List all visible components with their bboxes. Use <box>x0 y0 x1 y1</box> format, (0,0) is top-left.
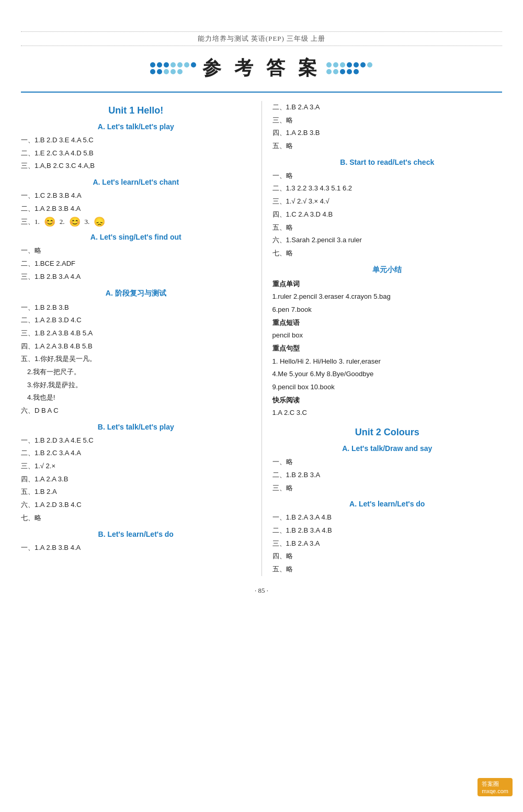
summary-sentence-label: 重点句型 <box>272 342 503 355</box>
emoji-label: 三、1. <box>21 217 40 227</box>
summary-vocab-label: 重点单词 <box>272 278 503 291</box>
answer-read3: 三、1.√ 2.√ 3.× 4.√ <box>272 195 503 208</box>
answer-sing3: 三、1.B 2.B 3.A 4.A <box>21 270 251 284</box>
section-learn-do-a2: A. Let's learn/Let's do <box>272 500 503 508</box>
main-title: 参 考 答 案 <box>202 55 321 81</box>
watermark: 答案圈 mxqe.com <box>477 778 513 796</box>
summary-reading1: 1.A 2.C 3.C <box>272 407 503 420</box>
dot6 <box>184 62 189 67</box>
summary-sentence2: 4.Me 5.your 6.My 8.Bye/Goodbye <box>272 368 503 381</box>
answer-blearn2: 二、1.B 2.A 3.A <box>272 101 503 114</box>
dotr4 <box>347 62 352 67</box>
answer-review3: 三、1.B 2.A 3.B 4.B 5.A <box>21 327 251 340</box>
answer-talk2: 二、1.E 2.C 3.A 4.D 5.B <box>21 147 251 160</box>
answer-review5d: 4.我也是! <box>21 391 251 404</box>
answer-btalk5: 五、1.B 2.A <box>21 486 251 499</box>
left-column: Unit 1 Hello! A. Let's talk/Let's play 一… <box>21 101 262 576</box>
answer-learndo2: 二、1.B 2.B 3.A 4.B <box>272 524 503 537</box>
unit1-title: Unit 1 Hello! <box>21 105 251 116</box>
answer-draw3: 三、略 <box>272 482 503 495</box>
answer-btalk6: 六、1.A 2.D 3.B 4.C <box>21 499 251 512</box>
answer-btalk2: 二、1.B 2.C 3.A 4.A <box>21 447 251 460</box>
dotr3 <box>340 62 345 67</box>
section-talk-play-a: A. Let's talk/Let's play <box>21 122 251 131</box>
dot1 <box>150 62 155 67</box>
dot7 <box>191 62 196 67</box>
answer-read5: 五、略 <box>272 221 503 234</box>
answer-learn3-emoji: 三、1. 😊 2. 😊 3. 😞 <box>21 216 251 228</box>
dot4 <box>170 62 176 67</box>
answer-btalk4: 四、1.A 2.A 3.B <box>21 473 251 486</box>
answer-btalk3: 三、1.√ 2.× <box>21 460 251 473</box>
answer-sing1: 一、略 <box>21 244 251 257</box>
title-section: 参 考 答 案 <box>21 55 502 81</box>
answer-sing2: 二、1.BCE 2.ADF <box>21 257 251 270</box>
section-learn-do-b: B. Let's learn/Let's do <box>21 530 251 538</box>
title-dots-left <box>150 62 197 74</box>
dot5 <box>177 62 183 67</box>
page-number: · 85 · <box>21 587 502 595</box>
section-talk-draw: A. Let's talk/Draw and say <box>272 444 503 453</box>
dotr11 <box>347 69 352 74</box>
watermark-line1: 答案圈 <box>482 780 508 788</box>
content-columns: Unit 1 Hello! A. Let's talk/Let's play 一… <box>21 101 502 576</box>
dot8 <box>150 69 155 74</box>
summary-reading-label: 快乐阅读 <box>272 394 503 407</box>
answer-review4: 四、1.A 2.A 3.B 4.B 5.B <box>21 340 251 353</box>
answer-review5b: 2.我有一把尺子。 <box>21 366 251 379</box>
summary-phrase1: pencil box <box>272 329 503 342</box>
dotr12 <box>354 69 359 74</box>
section-talk-play-b: B. Let's talk/Let's play <box>21 423 251 431</box>
dot9 <box>157 69 162 74</box>
watermark-line2: mxqe.com <box>482 788 508 794</box>
dotr9 <box>333 69 338 74</box>
answer-learn1: 一、1.C 2.B 3.B 4.A <box>21 189 251 202</box>
answer-review6: 六、D B A C <box>21 404 251 418</box>
answer-talk1: 一、1.B 2.D 3.E 4.A 5.C <box>21 134 251 147</box>
summary-vocab1: 1.ruler 2.pencil 3.eraser 4.crayon 5.bag <box>272 290 503 303</box>
dot10 <box>164 69 169 74</box>
dot3 <box>164 62 169 67</box>
emoji-sad: 😞 <box>94 216 105 228</box>
answer-read7: 七、略 <box>272 247 503 260</box>
dotr7 <box>367 62 372 67</box>
right-column: 二、1.B 2.A 3.A 三、略 四、1.A 2.B 3.B 五、略 B. S… <box>262 101 503 576</box>
emoji-sep1: 2. <box>60 218 65 226</box>
answer-learndo5: 五、略 <box>272 563 503 576</box>
section-learn-chant-a: A. Let's learn/Let's chant <box>21 178 251 186</box>
answer-draw1: 一、略 <box>272 456 503 469</box>
answer-learndo3: 三、1.B 2.A 3.A <box>272 537 503 550</box>
dotr6 <box>360 62 366 67</box>
answer-learndo4: 四、略 <box>272 550 503 563</box>
dot12 <box>177 69 183 74</box>
answer-review2: 二、1.A 2.B 3.D 4.C <box>21 314 251 327</box>
answer-blearn1: 一、1.A 2.B 3.B 4.A <box>21 542 251 555</box>
unit2-title: Unit 2 Colours <box>272 427 503 438</box>
answer-review5c: 3.你好,我是萨拉。 <box>21 379 251 392</box>
page-container: 能力培养与测试 英语(PEP) 三年级 上册 参 考 答 案 <box>0 0 523 616</box>
dotr1 <box>326 62 332 67</box>
dotr10 <box>340 69 345 74</box>
answer-draw2: 二、1.B 2.B 3.A <box>272 469 503 482</box>
answer-review1: 一、1.B 2.B 3.B <box>21 301 251 314</box>
answer-learndo1: 一、1.B 2.A 3.A 4.B <box>272 511 503 524</box>
section-read-check: B. Start to read/Let's check <box>272 158 503 166</box>
answer-read1: 一、略 <box>272 170 503 183</box>
answer-read2: 二、1.3 2.2 3.3 4.3 5.1 6.2 <box>272 182 503 195</box>
answer-blearn4: 四、1.A 2.B 3.B <box>272 127 503 140</box>
section-summary-title: 单元小结 <box>272 265 503 275</box>
blue-divider <box>21 92 502 93</box>
dot11 <box>170 69 176 74</box>
answer-read6: 六、1.Sarah 2.pencil 3.a ruler <box>272 234 503 247</box>
answer-blearn5: 五、略 <box>272 140 503 153</box>
dotr8 <box>326 69 332 74</box>
emoji-sep2: 3. <box>85 218 90 226</box>
header-text: 能力培养与测试 英语(PEP) 三年级 上册 <box>198 35 326 42</box>
section-review: A. 阶段复习与测试 <box>21 289 251 298</box>
summary-vocab2: 6.pen 7.book <box>272 303 503 317</box>
answer-learn2: 二、1.A 2.B 3.B 4.A <box>21 202 251 216</box>
summary-sentence1: 1. Hello/Hi 2. Hi/Hello 3. ruler,eraser <box>272 355 503 368</box>
title-dots-right <box>326 62 373 74</box>
summary-sentence3: 9.pencil box 10.book <box>272 381 503 394</box>
answer-btalk7: 七、略 <box>21 512 251 525</box>
